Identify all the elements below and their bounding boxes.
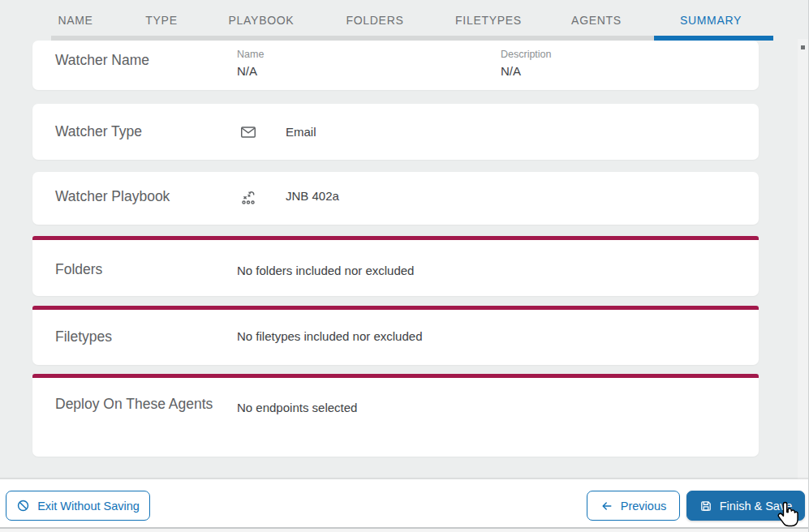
previous-label: Previous <box>621 500 666 513</box>
card-title-watcher-playbook: Watcher Playbook <box>55 183 170 209</box>
description-field-value: N/A <box>501 64 521 78</box>
filetypes-summary-value: No filetypes included nor excluded <box>237 329 422 343</box>
vertical-scrollbar[interactable] <box>798 39 808 479</box>
tab-agents[interactable]: AGENTS <box>571 14 622 27</box>
card-title-watcher-type: Watcher Type <box>55 118 142 144</box>
save-icon <box>699 500 712 513</box>
watcher-playbook-value: JNB 402a <box>286 189 339 203</box>
folders-summary-value: No folders included nor excluded <box>237 264 414 277</box>
card-title-agents: Deploy On These Agents <box>55 391 217 417</box>
arrow-left-icon <box>600 500 613 513</box>
block-icon <box>16 499 30 513</box>
wizard-content-area: NAME TYPE PLAYBOOK FOLDERS FILETYPES AGE… <box>0 0 809 479</box>
card-title-folders: Folders <box>55 256 102 282</box>
summary-card-watcher-name: Watcher Name Name N/A Description N/A <box>32 41 759 90</box>
card-title-watcher-name: Watcher Name <box>55 47 149 73</box>
name-field-value: N/A <box>237 64 257 78</box>
watcher-type-value: Email <box>286 125 316 139</box>
previous-button[interactable]: Previous <box>587 491 680 521</box>
window-bottom-strip <box>0 529 809 532</box>
finish-and-save-button[interactable]: Finish & Save <box>686 491 805 521</box>
tab-folders[interactable]: FOLDERS <box>346 14 403 27</box>
summary-card-agents: Deploy On These Agents No endpoints sele… <box>32 378 759 457</box>
exit-without-saving-label: Exit Without Saving <box>37 500 140 513</box>
exit-without-saving-button[interactable]: Exit Without Saving <box>6 491 150 521</box>
name-field-label: Name <box>237 49 264 60</box>
summary-card-folders: Folders No folders included nor excluded <box>32 240 759 296</box>
tab-filetypes[interactable]: FILETYPES <box>455 14 522 27</box>
summary-card-watcher-type: Watcher Type Email <box>32 104 759 160</box>
tab-summary[interactable]: SUMMARY <box>680 14 742 27</box>
agents-summary-value: No endpoints selected <box>237 401 357 414</box>
card-title-filetypes: Filetypes <box>55 324 112 350</box>
wizard-step-tabs: NAME TYPE PLAYBOOK FOLDERS FILETYPES AGE… <box>0 0 809 41</box>
playbook-icon <box>239 189 257 207</box>
wizard-footer: Exit Without Saving Previous Finish & Sa… <box>0 479 809 527</box>
tab-playbook[interactable]: PLAYBOOK <box>229 14 295 27</box>
tab-name[interactable]: NAME <box>58 14 93 27</box>
watcher-wizard-screen: NAME TYPE PLAYBOOK FOLDERS FILETYPES AGE… <box>0 0 809 532</box>
summary-card-watcher-playbook: Watcher Playbook JNB 402a <box>32 172 759 225</box>
finish-and-save-label: Finish & Save <box>720 500 792 513</box>
description-field-label: Description <box>501 49 552 60</box>
email-icon <box>239 123 257 141</box>
scrollbar-marker <box>801 45 805 49</box>
tab-type[interactable]: TYPE <box>145 14 177 27</box>
summary-card-filetypes: Filetypes No filetypes included nor excl… <box>32 310 759 365</box>
